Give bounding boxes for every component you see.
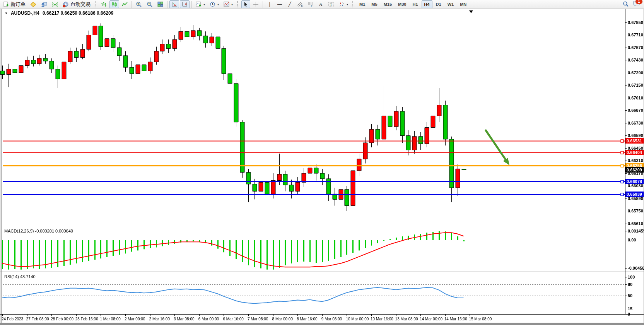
- timeframe-h1-button[interactable]: H1: [410, 0, 420, 8]
- chat-button[interactable]: 1: [633, 0, 640, 8]
- trendline-icon: ╱: [287, 2, 292, 7]
- horizontal-line-icon: —: [277, 2, 282, 7]
- autotrading-icon: [63, 2, 69, 7]
- cursor-arrow-icon: [243, 2, 248, 7]
- virtual-hosting-icon: [41, 2, 47, 7]
- toolbar-separator: [132, 1, 132, 8]
- timeframe-m30-button[interactable]: M30: [395, 0, 409, 8]
- timeframe-mn-button[interactable]: MN: [457, 0, 469, 8]
- horizontal-line-button[interactable]: —: [275, 0, 284, 8]
- toolbar-drag-handle: [95, 1, 97, 7]
- chevron-down-icon: ▾: [347, 3, 348, 6]
- timeframe-m5-button[interactable]: M5: [369, 0, 380, 8]
- auto-scroll-button[interactable]: [169, 0, 179, 8]
- search-button[interactable]: [621, 0, 631, 8]
- candlestick-chart-button[interactable]: [109, 0, 119, 8]
- timeframe-m15-button[interactable]: M15: [381, 0, 395, 8]
- timeframe-m1-button[interactable]: M1: [357, 0, 368, 8]
- autotrading-button[interactable]: 自动交易: [61, 0, 92, 8]
- zoom-out-icon: [147, 2, 153, 7]
- chevron-down-icon: ▾: [231, 3, 233, 6]
- vertical-line-button[interactable]: |: [265, 0, 274, 8]
- bar-chart-icon: [101, 2, 107, 7]
- new-order-label: 新订单: [10, 1, 26, 8]
- signals-antenna-icon: [52, 2, 58, 7]
- toolbar-separator: [191, 1, 192, 8]
- main-toolbar: 新订单 自动交易: [0, 0, 644, 9]
- timeframe-h4-button[interactable]: H4: [422, 0, 432, 8]
- metaeditor-diamond-icon: [30, 2, 36, 7]
- svg-text:F: F: [311, 5, 313, 7]
- mt4-window: 新订单 自动交易: [0, 0, 644, 325]
- equidistant-channel-icon: E: [297, 2, 303, 7]
- chart-area[interactable]: [0, 9, 644, 325]
- cursor-button[interactable]: [241, 0, 250, 8]
- zoom-out-button[interactable]: [145, 0, 155, 8]
- text-button[interactable]: A: [316, 0, 325, 8]
- candlestick-icon: [111, 2, 117, 7]
- crosshair-button[interactable]: [251, 0, 261, 8]
- toolbar-separator: [263, 1, 263, 8]
- toolbar-right-group: 1: [621, 0, 642, 8]
- tile-windows-icon: [157, 2, 163, 7]
- new-chart-icon: [196, 2, 202, 7]
- signals-button[interactable]: [50, 0, 60, 8]
- autotrading-label: 自动交易: [70, 1, 91, 8]
- periods-button[interactable]: ▾: [208, 0, 221, 8]
- toolbar-drag-handle: [352, 1, 354, 7]
- zoom-in-button[interactable]: [134, 0, 144, 8]
- equidistant-channel-button[interactable]: E: [295, 0, 305, 8]
- toolbar-drag-handle: [237, 1, 239, 7]
- fibonacci-icon: F: [307, 2, 313, 7]
- svg-text:E: E: [301, 4, 303, 7]
- line-chart-icon: [122, 2, 128, 7]
- svg-text:T: T: [330, 3, 332, 7]
- text-label-button[interactable]: T: [326, 0, 336, 8]
- arrows-shapes-button[interactable]: ▾: [337, 0, 350, 8]
- auto-scroll-icon: [171, 2, 177, 7]
- text-label-icon: T: [328, 2, 334, 7]
- metaeditor-button[interactable]: [28, 0, 38, 8]
- clock-icon: [210, 2, 215, 7]
- crosshair-icon: [253, 2, 259, 7]
- template-chart-icon: [224, 2, 229, 7]
- chart-shift-icon: [182, 2, 188, 7]
- timeframe-d1-button[interactable]: D1: [433, 0, 444, 8]
- chevron-down-icon: ▾: [203, 3, 205, 6]
- bar-chart-button[interactable]: [99, 0, 109, 8]
- text-icon: A: [318, 2, 323, 7]
- virtual-hosting-button[interactable]: [39, 0, 49, 8]
- line-chart-button[interactable]: [120, 0, 130, 8]
- chart-shift-button[interactable]: [180, 0, 190, 8]
- vertical-line-icon: |: [267, 2, 272, 7]
- zoom-in-icon: [136, 2, 142, 7]
- chevron-down-icon: ▾: [217, 3, 219, 6]
- symbol-dropdown-icon[interactable]: ▼: [5, 12, 8, 15]
- timeframe-w1-button[interactable]: W1: [445, 0, 457, 8]
- new-order-icon: [3, 2, 9, 7]
- notification-badge: 1: [635, 0, 642, 4]
- new-chart-button[interactable]: ▾: [194, 0, 207, 8]
- toolbar-separator: [167, 1, 167, 8]
- arrows-shapes-icon: [339, 2, 345, 7]
- search-icon: [623, 1, 629, 7]
- tile-windows-button[interactable]: [155, 0, 165, 8]
- fibonacci-button[interactable]: F: [306, 0, 315, 8]
- trendline-button[interactable]: ╱: [285, 0, 294, 8]
- templates-button[interactable]: ▾: [222, 0, 235, 8]
- new-order-button[interactable]: 新订单: [2, 0, 27, 8]
